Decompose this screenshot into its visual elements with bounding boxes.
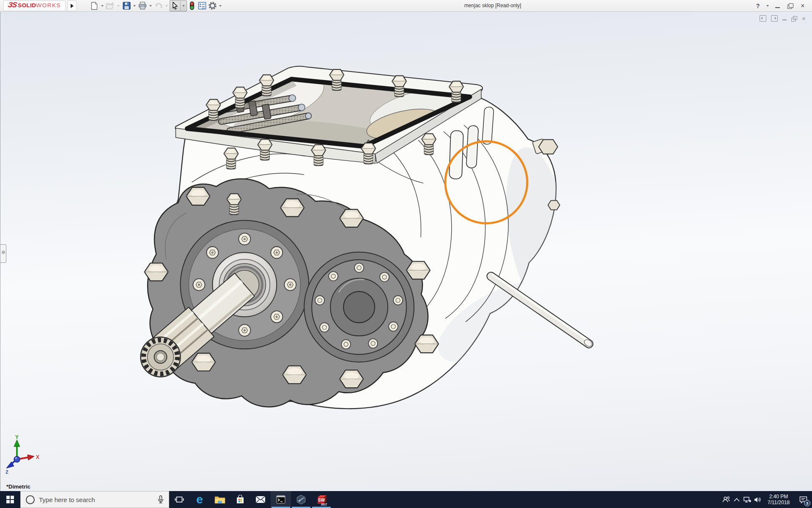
windows-logo-icon bbox=[6, 496, 14, 503]
taskbar-edrawings-button[interactable] bbox=[291, 491, 311, 508]
notification-badge: 3 bbox=[804, 500, 810, 506]
search-input[interactable]: Type here to search bbox=[20, 491, 169, 508]
open-document-dropdown[interactable] bbox=[115, 1, 121, 11]
command-prompt-icon bbox=[276, 495, 285, 504]
windows-taskbar: Type here to search e bbox=[0, 491, 812, 508]
reference-triad: Y X Z bbox=[3, 435, 45, 475]
file-explorer-icon bbox=[214, 495, 225, 504]
side-cover bbox=[304, 252, 414, 362]
save-floppy-icon bbox=[123, 2, 131, 10]
minimize-button[interactable] bbox=[772, 1, 782, 11]
open-folder-icon bbox=[106, 2, 115, 10]
select-cursor-icon bbox=[172, 2, 178, 10]
clock-date: 7/11/2018 bbox=[763, 500, 794, 505]
dock-pane-right-button[interactable] bbox=[771, 15, 778, 22]
spline-tip bbox=[141, 337, 181, 377]
select-tool-button[interactable] bbox=[170, 1, 180, 11]
undo-button[interactable] bbox=[154, 1, 164, 11]
taskbar-mail-button[interactable] bbox=[250, 491, 271, 508]
sw-year-label: 2017 bbox=[321, 503, 327, 506]
solidworks-2017-icon: SW 2017 bbox=[316, 494, 327, 505]
mail-icon bbox=[255, 496, 266, 503]
taskbar-clock[interactable]: 2:40 PM 7/11/2018 bbox=[763, 494, 794, 505]
quick-access-toolbar bbox=[89, 0, 223, 11]
undo-icon bbox=[154, 2, 163, 9]
help-dropdown[interactable] bbox=[765, 1, 770, 11]
save-button[interactable] bbox=[121, 1, 132, 11]
file-properties-button[interactable] bbox=[197, 1, 207, 11]
task-view-icon bbox=[175, 496, 184, 503]
search-placeholder: Type here to search bbox=[39, 496, 154, 503]
triad-x-label: X bbox=[36, 454, 39, 460]
print-button[interactable] bbox=[137, 1, 148, 11]
print-icon bbox=[138, 2, 147, 10]
dock-pane-left-button[interactable] bbox=[760, 15, 766, 22]
taskbar-file-explorer-button[interactable] bbox=[210, 491, 230, 508]
menu-expand-arrow[interactable] bbox=[67, 0, 77, 11]
feature-panel-flyout-tab[interactable] bbox=[0, 244, 6, 263]
document-restore-button[interactable] bbox=[791, 16, 797, 22]
new-document-button[interactable] bbox=[89, 1, 99, 11]
cortana-icon bbox=[26, 495, 35, 504]
window-title: menjac sklop [Read-only] bbox=[440, 0, 546, 11]
volume-icon[interactable] bbox=[752, 491, 763, 508]
file-properties-icon bbox=[198, 2, 206, 10]
rebuild-traffic-light-button[interactable] bbox=[187, 1, 197, 11]
document-minimize-button[interactable] bbox=[782, 17, 787, 20]
save-dropdown[interactable] bbox=[132, 1, 137, 11]
new-document-dropdown[interactable] bbox=[99, 1, 105, 11]
tab-dot-icon bbox=[2, 251, 5, 254]
people-icon[interactable] bbox=[721, 491, 731, 508]
options-gear-icon bbox=[208, 1, 217, 10]
task-view-button[interactable] bbox=[169, 491, 189, 508]
triad-y-label: Y bbox=[15, 435, 19, 440]
undo-dropdown[interactable] bbox=[164, 1, 170, 11]
taskbar-store-button[interactable] bbox=[230, 491, 250, 508]
close-button[interactable]: × bbox=[798, 1, 808, 11]
help-button[interactable]: ? bbox=[753, 1, 763, 11]
new-document-icon bbox=[91, 2, 98, 10]
microsoft-store-icon bbox=[236, 495, 245, 504]
action-center-button[interactable]: 3 bbox=[794, 491, 812, 508]
open-document-button[interactable] bbox=[105, 1, 115, 11]
app-titlebar: ЗS SOLID WORKS bbox=[0, 0, 812, 12]
print-dropdown[interactable] bbox=[148, 1, 154, 11]
microphone-icon[interactable] bbox=[158, 495, 164, 504]
network-icon[interactable] bbox=[742, 491, 752, 508]
hidden-icons-chevron[interactable] bbox=[731, 491, 742, 508]
select-tool-dropdown[interactable] bbox=[180, 1, 187, 11]
taskbar-solidworks-button[interactable]: SW 2017 bbox=[311, 491, 332, 508]
view-orientation-label: *Dimetric bbox=[6, 483, 30, 490]
select-tool-group bbox=[170, 0, 187, 11]
sw-label: SW bbox=[318, 498, 325, 502]
options-button[interactable] bbox=[207, 1, 217, 11]
triad-z-label: Z bbox=[5, 469, 8, 475]
hexagon-app-icon bbox=[296, 494, 306, 505]
document-window-controls: × bbox=[760, 15, 806, 22]
system-tray: 2:40 PM 7/11/2018 3 bbox=[721, 491, 812, 508]
document-close-button[interactable]: × bbox=[802, 15, 806, 22]
solidworks-logo-menu[interactable]: ЗS SOLID WORKS bbox=[3, 0, 66, 11]
solidworks-logo-glyph: ЗS bbox=[8, 1, 17, 9]
clock-time: 2:40 PM bbox=[763, 494, 794, 500]
taskbar-command-prompt-button[interactable] bbox=[271, 491, 291, 508]
gearbox-3d-model[interactable] bbox=[0, 12, 812, 491]
graphics-viewport: × Y X Z *Dimetric bbox=[0, 12, 812, 491]
options-dropdown[interactable] bbox=[217, 1, 223, 11]
traffic-light-icon bbox=[189, 1, 195, 10]
restore-button[interactable] bbox=[785, 1, 795, 11]
start-button[interactable] bbox=[0, 491, 20, 508]
window-controls: ? × bbox=[753, 0, 808, 11]
edge-icon: e bbox=[196, 494, 203, 505]
output-rod bbox=[491, 274, 593, 348]
right-triangle-icon bbox=[71, 4, 74, 8]
taskbar-edge-button[interactable]: e bbox=[189, 491, 210, 508]
